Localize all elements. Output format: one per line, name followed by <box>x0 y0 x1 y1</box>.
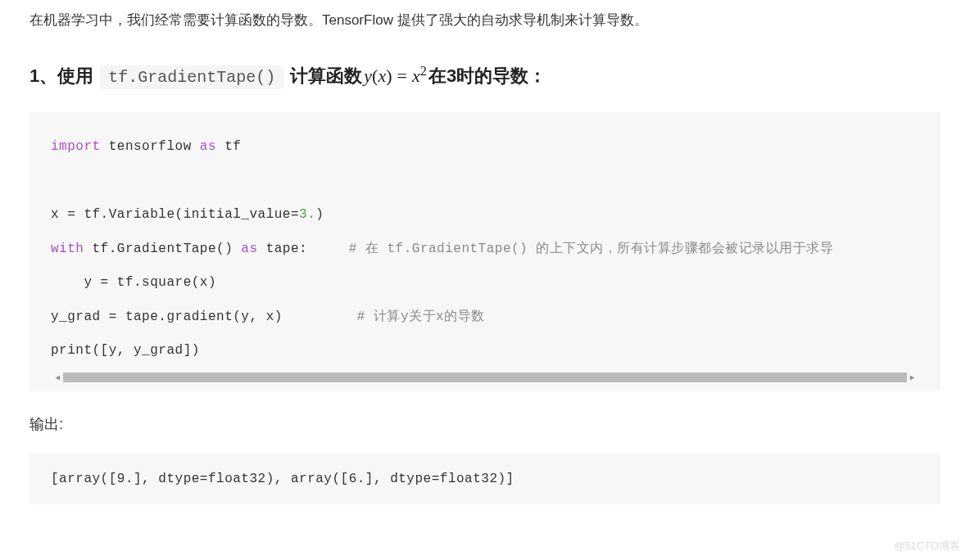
code-content[interactable]: import tensorflow as tf x = tf.Variable(… <box>51 130 941 368</box>
math-x-base: x <box>412 65 420 86</box>
scroll-right-arrow[interactable]: ► <box>907 373 918 382</box>
heading-prefix: 1、使用 <box>29 64 93 88</box>
code-text: tf.GradientTape() <box>84 242 241 256</box>
output-label: 输出: <box>29 414 941 434</box>
math-exponent: 2 <box>420 63 427 79</box>
code-text: tape: <box>258 242 349 256</box>
heading-mid: 计算函数 <box>290 64 362 88</box>
horizontal-scrollbar[interactable]: ◄ ► <box>51 372 919 383</box>
keyword-as: as <box>200 139 216 154</box>
code-text: y = tf.square(x) <box>51 275 216 290</box>
code-text: tensorflow <box>101 139 200 154</box>
heading-suffix: 在3时的导数： <box>428 64 546 88</box>
math-x-arg: x <box>378 65 386 86</box>
output-block: [array([9.], dtype=float32), array([6.],… <box>29 454 941 504</box>
math-expression: y(x)=x2 <box>364 63 427 87</box>
code-blank-line <box>51 174 59 188</box>
code-number: 3. <box>299 207 315 222</box>
scrollbar-track[interactable] <box>63 373 907 382</box>
inline-code-gradienttape: tf.GradientTape() <box>100 65 283 89</box>
section-heading-1: 1、使用 tf.GradientTape() 计算函数 y(x)=x2 在3时的… <box>29 63 941 89</box>
keyword-import: import <box>51 139 101 154</box>
code-text: x = tf.Variable(initial_value= <box>51 207 299 222</box>
code-text: ) <box>315 207 324 222</box>
code-block-1: import tensorflow as tf x = tf.Variable(… <box>29 112 941 391</box>
code-text: print([y, y_grad]) <box>51 343 200 358</box>
scroll-left-arrow[interactable]: ◄ <box>52 373 63 382</box>
intro-paragraph: 在机器学习中，我们经常需要计算函数的导数。TensorFlow 提供了强大的自动… <box>29 8 941 34</box>
keyword-as: as <box>241 242 257 256</box>
code-text: tf <box>216 139 241 154</box>
keyword-with: with <box>51 242 84 256</box>
math-y: y <box>364 65 372 86</box>
code-comment: # 在 tf.GradientTape() 的上下文内，所有计算步骤都会被记录以… <box>349 242 834 256</box>
code-comment: # 计算y关于x的导数 <box>357 309 485 324</box>
code-text: y_grad = tape.gradient(y, x) <box>51 309 357 324</box>
